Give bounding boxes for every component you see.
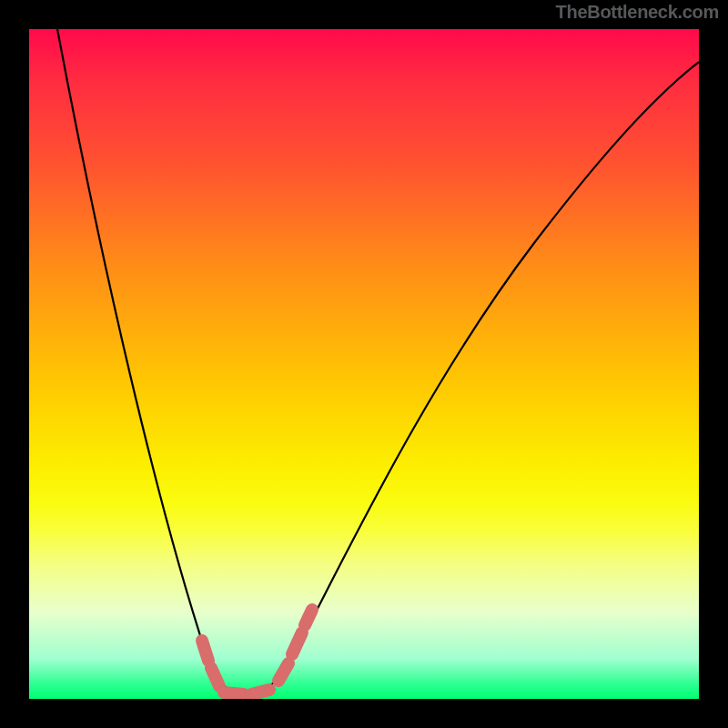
marker-segment: [278, 663, 288, 681]
marker-segment: [251, 690, 269, 694]
chart-root: TheBottleneck.com: [0, 0, 728, 728]
marker-segment: [305, 610, 312, 625]
marker-segment: [202, 641, 208, 661]
trough-markers: [202, 610, 312, 694]
curve-overlay: [29, 29, 699, 699]
watermark-text: TheBottleneck.com: [556, 2, 719, 23]
marker-segment: [224, 693, 244, 694]
gradient-plot-area: [29, 29, 699, 699]
bottleneck-curve: [57, 29, 699, 694]
marker-segment: [211, 668, 219, 686]
marker-segment: [292, 632, 302, 654]
